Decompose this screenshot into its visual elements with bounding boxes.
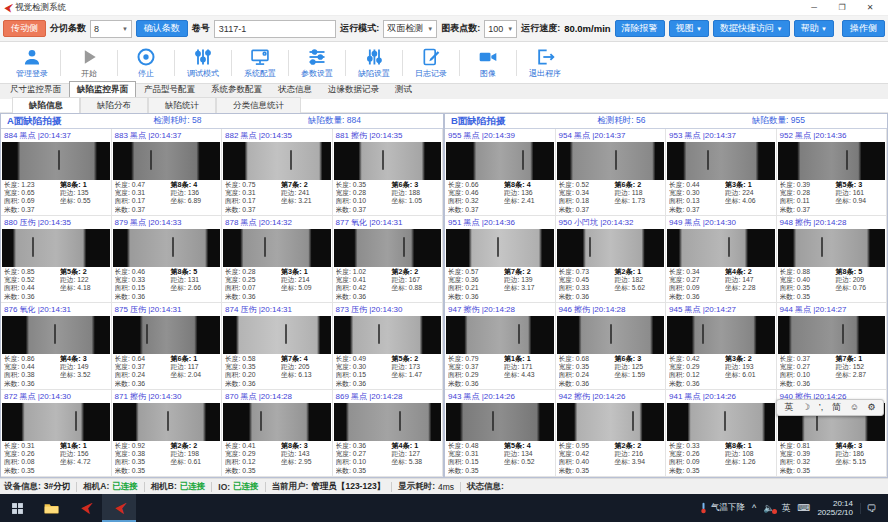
defect-info-left: 长度: 0.75宽度: 0.31面积: 0.17米数: 0.37 — [225, 181, 281, 216]
defect-info: 长度: 0.47宽度: 0.31面积: 0.17米数: 0.37第8条: 4距边… — [112, 180, 222, 216]
action-button-tune[interactable]: 调试模式 — [177, 47, 229, 79]
defect-cell[interactable]: 871 擦伤 |20:14:30长度: 0.92宽度: 0.38面积: 0.35… — [112, 390, 223, 477]
ime-simplified-toggle[interactable]: 简 — [832, 403, 841, 412]
defect-info-line: 第6条: 3 — [614, 355, 662, 363]
defect-cell[interactable]: 943 黑点 |20:14:26长度: 0.48宽度: 0.31面积: 0.15… — [445, 390, 556, 477]
volume-icon[interactable]: 🔈 — [763, 503, 774, 513]
defect-cell[interactable]: 950 小凹坑 |20:14:32长度: 0.73宽度: 0.45面积: 0.3… — [556, 216, 667, 303]
emoji-icon[interactable]: ☺ — [850, 403, 859, 412]
defect-cell[interactable]: 949 黑点 |20:14:30长度: 0.34宽度: 0.27面积: 0.09… — [666, 216, 777, 303]
defect-cell[interactable]: 942 擦伤 |20:14:26长度: 0.95宽度: 0.42面积: 0.40… — [556, 390, 667, 477]
action-button-sliders-horizontal[interactable]: 参数设置 — [291, 47, 343, 79]
defect-cell[interactable]: 955 黑点 |20:14:39长度: 0.66宽度: 0.46面积: 0.32… — [445, 129, 556, 216]
defect-cell[interactable]: 874 压伤 |20:14:31长度: 0.58宽度: 0.35面积: 0.20… — [222, 303, 333, 390]
defect-info-line: 宽度: 0.35 — [225, 363, 281, 371]
defect-info-line: 坐标: 0.76 — [835, 284, 883, 292]
defect-image — [334, 316, 442, 354]
action-button-user[interactable]: 管理登录 — [6, 47, 58, 79]
defect-info-line: 米数: 0.37 — [780, 206, 836, 214]
action-button-exit[interactable]: 退出程序 — [519, 47, 571, 79]
data-quick-access-menu-button[interactable]: 数据快捷访问 ▼ — [713, 20, 789, 37]
action-button-monitor[interactable]: 系统配置 — [234, 47, 286, 79]
gear-icon[interactable]: ⚙ — [868, 403, 876, 412]
defect-cell[interactable]: 945 黑点 |20:14:27长度: 0.42宽度: 0.29面积: 0.12… — [666, 303, 777, 390]
action-button-sliders-vertical[interactable]: 缺陷设置 — [348, 47, 400, 79]
defect-image — [334, 403, 442, 441]
defect-cell[interactable]: 878 黑点 |20:14:32长度: 0.28宽度: 0.25面积: 0.07… — [222, 216, 333, 303]
subtab-缺陷统计[interactable]: 缺陷统计 — [148, 97, 216, 114]
defect-info-line: 面积: 0.32 — [448, 197, 504, 205]
keyboard-icon[interactable]: ⌨ — [797, 503, 810, 513]
defect-cell[interactable]: 880 压伤 |20:14:35长度: 0.85宽度: 0.52面积: 0.44… — [1, 216, 112, 303]
defect-cell[interactable]: 947 擦伤 |20:14:28长度: 0.79宽度: 0.37面积: 0.29… — [445, 303, 556, 390]
defect-info-right: 第8条: 1距边: 108坐标: 1.26 — [725, 442, 773, 477]
defect-cell[interactable]: 877 氧化 |20:14:31长度: 1.02宽度: 0.41面积: 0.42… — [333, 216, 444, 303]
defect-cell[interactable]: 873 压伤 |20:14:30长度: 0.49宽度: 0.30面积: 0.15… — [333, 303, 444, 390]
divider — [265, 482, 266, 492]
slit-count-select[interactable]: 8▼ — [90, 20, 132, 38]
moon-icon[interactable]: ☽ — [802, 403, 810, 412]
status-value: 已连接 — [180, 481, 206, 493]
ime-punctuation-toggle[interactable]: ’, — [819, 403, 824, 412]
action-button-play[interactable]: 开始 — [63, 47, 115, 79]
subtab-缺陷信息[interactable]: 缺陷信息 — [12, 97, 80, 114]
defect-cell[interactable]: 952 黑点 |20:14:36长度: 0.39宽度: 0.28面积: 0.11… — [777, 129, 888, 216]
subtab-缺陷分布[interactable]: 缺陷分布 — [80, 97, 148, 114]
maximize-button[interactable]: ❐ — [828, 0, 856, 15]
action-button-camera[interactable]: 图像 — [462, 47, 514, 79]
defect-cell[interactable]: 879 黑点 |20:14:33长度: 0.46宽度: 0.33面积: 0.15… — [112, 216, 223, 303]
defect-cell[interactable]: 875 压伤 |20:14:31长度: 0.64宽度: 0.37面积: 0.24… — [112, 303, 223, 390]
taskbar-clock[interactable]: 20:14 2025/2/10 — [817, 499, 853, 517]
chart-points-select[interactable]: 100▼ — [484, 20, 517, 38]
operator-side-button[interactable]: 操作侧 — [842, 20, 885, 37]
subtab-分类信息统计[interactable]: 分类信息统计 — [216, 97, 301, 114]
defect-cell[interactable]: 951 黑点 |20:14:36长度: 0.57宽度: 0.36面积: 0.21… — [445, 216, 556, 303]
defect-cell[interactable]: 953 黑点 |20:14:37长度: 0.44宽度: 0.30面积: 0.13… — [666, 129, 777, 216]
roll-number-input[interactable]: 3117-1 — [214, 20, 336, 38]
file-explorer-icon[interactable] — [34, 494, 68, 522]
defect-cell[interactable]: 954 黑点 |20:14:37长度: 0.52宽度: 0.34面积: 0.18… — [556, 129, 667, 216]
action-button-log[interactable]: 日志记录 — [405, 47, 457, 79]
defect-cell[interactable]: 883 黑点 |20:14:37长度: 0.47宽度: 0.31面积: 0.17… — [112, 129, 223, 216]
help-menu-button[interactable]: 帮助 ▼ — [794, 20, 834, 37]
defect-cell[interactable]: 872 黑点 |20:14:30长度: 0.31宽度: 0.26面积: 0.08… — [1, 390, 112, 477]
defect-cell[interactable]: 948 擦伤 |20:14:28长度: 0.88宽度: 0.40面积: 0.35… — [777, 216, 888, 303]
defect-image — [778, 229, 886, 267]
action-center-icon[interactable]: 🗨 — [860, 503, 882, 514]
defect-info-line: 距边: 156 — [60, 450, 108, 458]
view-menu-button[interactable]: 视图 ▼ — [669, 20, 709, 37]
action-label: 退出程序 — [529, 68, 561, 79]
slit-count-label: 分切条数 — [50, 22, 86, 35]
clear-alarm-button[interactable]: 清除报警 — [615, 20, 665, 37]
defect-cell[interactable]: 946 擦伤 |20:14:28长度: 0.68宽度: 0.35面积: 0.24… — [556, 303, 667, 390]
defect-cell[interactable]: 884 黑点 |20:14:37长度: 1.23宽度: 0.65面积: 0.69… — [1, 129, 112, 216]
tab-边缘数据记录[interactable]: 边缘数据记录 — [320, 81, 387, 99]
defect-cell[interactable]: 941 黑点 |20:14:26长度: 0.33宽度: 0.26面积: 0.09… — [666, 390, 777, 477]
inspection-app-icon-active[interactable]: ⮜ — [102, 494, 136, 522]
defect-cell[interactable]: 876 氧化 |20:14:31长度: 0.86宽度: 0.44面积: 0.38… — [1, 303, 112, 390]
minimize-button[interactable]: ─ — [800, 0, 828, 15]
status-label: 相机B: — [151, 481, 177, 493]
divider — [459, 50, 460, 76]
weather-widget[interactable]: 气温下降 — [699, 502, 745, 514]
defect-cell[interactable]: 881 擦伤 |20:14:35长度: 0.35宽度: 0.28面积: 0.10… — [333, 129, 444, 216]
defect-cell[interactable]: 870 黑点 |20:14:28长度: 0.41宽度: 0.29面积: 0.12… — [222, 390, 333, 477]
defect-image — [2, 316, 110, 354]
inspection-app-icon[interactable]: ⮜ — [68, 494, 102, 522]
defect-mark — [497, 237, 499, 258]
start-button[interactable] — [0, 494, 34, 522]
taskbar-language-indicator[interactable]: 英 — [781, 502, 790, 515]
defect-cell[interactable]: 869 黑点 |20:14:28长度: 0.36宽度: 0.27面积: 0.10… — [333, 390, 444, 477]
confirm-count-button[interactable]: 确认条数 — [136, 20, 188, 37]
tray-expand-chevron-icon[interactable]: ^ — [752, 503, 756, 513]
close-button[interactable]: ✕ — [856, 0, 884, 15]
ime-language-toggle[interactable]: 英 — [784, 403, 793, 412]
defect-cell[interactable]: 944 黑点 |20:14:27长度: 0.37宽度: 0.27面积: 0.10… — [777, 303, 888, 390]
tab-测试[interactable]: 测试 — [387, 81, 420, 99]
run-mode-select[interactable]: 双面检测▼ — [383, 20, 437, 38]
action-button-stop[interactable]: 停止 — [120, 47, 172, 79]
defect-info: 长度: 0.36宽度: 0.27面积: 0.10米数: 0.35第4条: 1距边… — [333, 441, 443, 477]
status-segment: 显示耗时:4ms — [398, 481, 454, 493]
drive-side-button[interactable]: 传动侧 — [3, 20, 46, 37]
defect-cell[interactable]: 882 黑点 |20:14:35长度: 0.75宽度: 0.31面积: 0.17… — [222, 129, 333, 216]
